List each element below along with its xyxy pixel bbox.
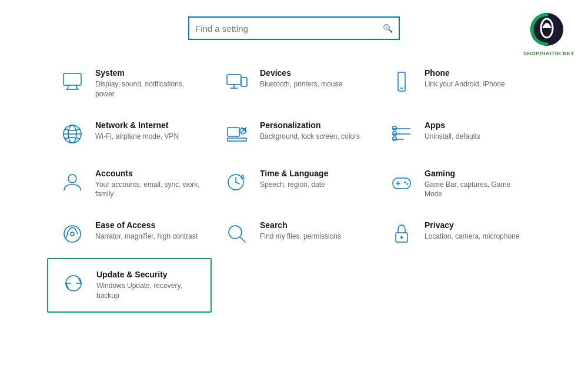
setting-desc-personalization: Background, lock screen, colors — [260, 132, 360, 142]
setting-text-update: Update & Security Windows Update, recove… — [96, 270, 199, 301]
svg-point-34 — [405, 181, 406, 183]
svg-point-37 — [71, 232, 74, 236]
setting-title-apps: Apps — [425, 120, 480, 130]
setting-item-accounts[interactable]: Accounts Your accounts, email, sync, wor… — [47, 158, 212, 210]
search-box: 🔍 — [188, 16, 400, 40]
setting-item-ease[interactable]: Ease of Access Narrator, magnifier, high… — [47, 210, 212, 258]
phone-icon — [388, 68, 415, 95]
setting-item-apps[interactable]: Apps Uninstall, defaults — [376, 110, 541, 158]
setting-text-devices: Devices Bluetooth, printers, mouse — [260, 68, 342, 89]
setting-desc-ease: Narrator, magnifier, high contrast — [95, 232, 198, 242]
svg-point-36 — [64, 226, 81, 242]
setting-text-apps: Apps Uninstall, defaults — [425, 120, 480, 142]
setting-item-network[interactable]: Network & Internet Wi-Fi, airplane mode,… — [47, 110, 212, 158]
logo-image — [529, 12, 564, 47]
logo-text: SHOPGIAITRI.NET — [523, 51, 570, 56]
svg-line-4 — [76, 85, 78, 89]
privacy-icon — [388, 220, 415, 247]
setting-desc-phone: Link your Android, iPhone — [425, 79, 505, 89]
setting-desc-search: Find my files, permissions — [260, 232, 341, 242]
setting-text-phone: Phone Link your Android, iPhone — [425, 68, 505, 89]
setting-title-time: Time & Language — [260, 169, 328, 178]
accounts-icon — [59, 169, 86, 196]
setting-title-privacy: Privacy — [425, 220, 519, 230]
personalization-icon — [223, 120, 250, 148]
svg-text:A: A — [240, 173, 245, 180]
setting-item-personalization[interactable]: Personalization Background, lock screen,… — [212, 110, 376, 158]
setting-title-accounts: Accounts — [95, 169, 200, 178]
setting-desc-privacy: Location, camera, microphone — [425, 232, 519, 242]
setting-desc-time: Speech, region, date — [260, 180, 328, 190]
setting-title-network: Network & Internet — [95, 120, 179, 130]
svg-rect-6 — [227, 75, 241, 85]
setting-text-accounts: Accounts Your accounts, email, sync, wor… — [95, 169, 200, 200]
search-icon — [223, 220, 250, 247]
setting-desc-update: Windows Update, recovery, backup — [96, 281, 199, 301]
svg-point-26 — [68, 175, 76, 183]
search-container: 🔍 — [0, 0, 588, 40]
setting-item-gaming[interactable]: Gaming Game Bar, captures, Game Mode — [376, 158, 541, 210]
setting-title-devices: Devices — [260, 68, 342, 78]
setting-desc-gaming: Game Bar, captures, Game Mode — [425, 180, 529, 200]
setting-title-search: Search — [260, 220, 341, 230]
svg-line-29 — [236, 182, 239, 184]
setting-text-ease: Ease of Access Narrator, magnifier, high… — [95, 220, 198, 242]
setting-item-search[interactable]: Search Find my files, permissions — [212, 210, 376, 258]
setting-title-personalization: Personalization — [260, 120, 360, 130]
settings-grid: System Display, sound, notifications, po… — [0, 58, 588, 313]
svg-rect-23 — [393, 126, 396, 130]
svg-rect-24 — [393, 132, 396, 135]
search-icon: 🔍 — [383, 24, 393, 33]
search-input[interactable] — [195, 24, 383, 33]
setting-title-system: System — [95, 68, 200, 78]
svg-rect-7 — [241, 78, 247, 86]
setting-title-phone: Phone — [425, 68, 505, 78]
setting-item-phone[interactable]: Phone Link your Android, iPhone — [376, 58, 541, 110]
setting-text-system: System Display, sound, notifications, po… — [95, 68, 200, 99]
gaming-icon — [388, 169, 415, 196]
setting-text-gaming: Gaming Game Bar, captures, Game Mode — [425, 169, 529, 200]
setting-text-network: Network & Internet Wi-Fi, airplane mode,… — [95, 120, 179, 142]
setting-text-search: Search Find my files, permissions — [260, 220, 341, 242]
setting-title-gaming: Gaming — [425, 169, 529, 178]
setting-title-update: Update & Security — [96, 270, 199, 279]
devices-icon — [223, 68, 250, 95]
setting-item-privacy[interactable]: Privacy Location, camera, microphone — [376, 210, 541, 258]
setting-item-devices[interactable]: Devices Bluetooth, printers, mouse — [212, 58, 376, 110]
setting-text-privacy: Privacy Location, camera, microphone — [425, 220, 519, 242]
setting-desc-system: Display, sound, notifications, power — [95, 79, 200, 99]
svg-point-41 — [400, 236, 403, 239]
setting-item-time[interactable]: A Time & Language Speech, region, date — [212, 158, 376, 210]
ease-icon — [59, 220, 86, 247]
setting-desc-devices: Bluetooth, printers, mouse — [260, 79, 342, 89]
svg-rect-25 — [393, 137, 396, 140]
svg-line-39 — [240, 237, 245, 242]
setting-item-system[interactable]: System Display, sound, notifications, po… — [47, 58, 212, 110]
logo: SHOPGIAITRI.NET — [523, 12, 570, 56]
svg-rect-2 — [64, 73, 81, 85]
network-icon — [59, 120, 86, 148]
setting-desc-accounts: Your accounts, email, sync, work, family — [95, 180, 200, 200]
svg-rect-18 — [228, 138, 246, 141]
setting-desc-network: Wi-Fi, airplane mode, VPN — [95, 132, 179, 142]
monitor-icon — [59, 68, 86, 95]
apps-icon — [388, 120, 415, 148]
setting-title-ease: Ease of Access — [95, 220, 198, 230]
setting-text-time: Time & Language Speech, region, date — [260, 169, 328, 190]
time-icon: A — [223, 169, 250, 196]
setting-item-update[interactable]: Update & Security Windows Update, recove… — [47, 258, 212, 313]
svg-point-35 — [407, 183, 409, 185]
update-icon — [60, 270, 87, 297]
svg-rect-15 — [228, 128, 239, 136]
setting-desc-apps: Uninstall, defaults — [425, 132, 480, 142]
setting-text-personalization: Personalization Background, lock screen,… — [260, 120, 360, 142]
svg-line-3 — [67, 85, 69, 89]
